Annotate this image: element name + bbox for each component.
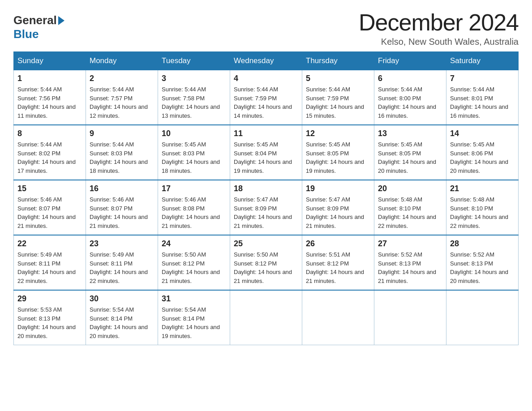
day-number: 25: [234, 239, 298, 248]
day-number: 31: [162, 294, 226, 304]
calendar-cell: 18Sunrise: 5:47 AMSunset: 8:09 PMDayligh…: [230, 180, 302, 235]
calendar-cell: 1Sunrise: 5:44 AMSunset: 7:56 PMDaylight…: [14, 70, 86, 125]
day-number: 28: [450, 239, 515, 248]
day-number: 21: [450, 184, 515, 193]
weekday-header-saturday: Saturday: [446, 52, 519, 70]
calendar-table: SundayMondayTuesdayWednesdayThursdayFrid…: [13, 51, 519, 345]
day-number: 18: [234, 184, 298, 193]
day-number: 22: [17, 239, 82, 248]
calendar-cell: 20Sunrise: 5:48 AMSunset: 8:10 PMDayligh…: [374, 180, 446, 235]
day-info: Sunrise: 5:54 AMSunset: 8:14 PMDaylight:…: [90, 305, 154, 340]
day-number: 29: [17, 294, 82, 304]
day-number: 30: [90, 294, 154, 304]
day-number: 13: [378, 129, 442, 138]
day-number: 23: [90, 239, 154, 248]
calendar-cell: 24Sunrise: 5:50 AMSunset: 8:12 PMDayligh…: [158, 235, 230, 290]
day-info: Sunrise: 5:52 AMSunset: 8:13 PMDaylight:…: [378, 250, 442, 285]
day-info: Sunrise: 5:44 AMSunset: 7:57 PMDaylight:…: [90, 85, 154, 120]
calendar-cell: 6Sunrise: 5:44 AMSunset: 8:00 PMDaylight…: [374, 70, 446, 125]
calendar-cell: 27Sunrise: 5:52 AMSunset: 8:13 PMDayligh…: [374, 235, 446, 290]
calendar-cell: 17Sunrise: 5:46 AMSunset: 8:08 PMDayligh…: [158, 180, 230, 235]
day-number: 26: [306, 239, 370, 248]
day-info: Sunrise: 5:44 AMSunset: 7:59 PMDaylight:…: [234, 85, 298, 120]
weekday-header-thursday: Thursday: [302, 52, 374, 70]
calendar-cell: 3Sunrise: 5:44 AMSunset: 7:58 PMDaylight…: [158, 70, 230, 125]
day-number: 12: [306, 129, 370, 138]
day-number: 20: [378, 184, 442, 193]
calendar-cell: 30Sunrise: 5:54 AMSunset: 8:14 PMDayligh…: [86, 290, 158, 345]
day-number: 4: [234, 74, 298, 83]
calendar-cell: 19Sunrise: 5:47 AMSunset: 8:09 PMDayligh…: [302, 180, 374, 235]
weekday-header-friday: Friday: [374, 52, 446, 70]
day-number: 17: [162, 184, 226, 193]
calendar-cell: 25Sunrise: 5:50 AMSunset: 8:12 PMDayligh…: [230, 235, 302, 290]
day-number: 1: [17, 74, 82, 83]
location-text: Kelso, New South Wales, Australia: [359, 37, 519, 47]
weekday-header-tuesday: Tuesday: [158, 52, 230, 70]
day-info: Sunrise: 5:45 AMSunset: 8:06 PMDaylight:…: [450, 140, 515, 175]
day-number: 11: [234, 129, 298, 138]
calendar-cell: 4Sunrise: 5:44 AMSunset: 7:59 PMDaylight…: [230, 70, 302, 125]
calendar-week-row: 15Sunrise: 5:46 AMSunset: 8:07 PMDayligh…: [14, 180, 519, 235]
day-info: Sunrise: 5:45 AMSunset: 8:05 PMDaylight:…: [378, 140, 442, 175]
calendar-cell: 16Sunrise: 5:46 AMSunset: 8:07 PMDayligh…: [86, 180, 158, 235]
calendar-cell: 21Sunrise: 5:48 AMSunset: 8:10 PMDayligh…: [446, 180, 519, 235]
day-info: Sunrise: 5:51 AMSunset: 8:12 PMDaylight:…: [306, 250, 370, 285]
weekday-header-sunday: Sunday: [14, 52, 86, 70]
day-info: Sunrise: 5:45 AMSunset: 8:03 PMDaylight:…: [162, 140, 226, 175]
logo-arrow-icon: [58, 16, 64, 25]
calendar-cell: 28Sunrise: 5:52 AMSunset: 8:13 PMDayligh…: [446, 235, 519, 290]
day-info: Sunrise: 5:44 AMSunset: 8:00 PMDaylight:…: [378, 85, 442, 120]
calendar-cell: 2Sunrise: 5:44 AMSunset: 7:57 PMDaylight…: [86, 70, 158, 125]
calendar-cell: 15Sunrise: 5:46 AMSunset: 8:07 PMDayligh…: [14, 180, 86, 235]
day-info: Sunrise: 5:46 AMSunset: 8:07 PMDaylight:…: [17, 195, 82, 230]
day-number: 14: [450, 129, 515, 138]
calendar-cell: 11Sunrise: 5:45 AMSunset: 8:04 PMDayligh…: [230, 125, 302, 180]
day-info: Sunrise: 5:44 AMSunset: 7:59 PMDaylight:…: [306, 85, 370, 120]
day-info: Sunrise: 5:50 AMSunset: 8:12 PMDaylight:…: [234, 250, 298, 285]
day-info: Sunrise: 5:48 AMSunset: 8:10 PMDaylight:…: [378, 195, 442, 230]
day-number: 7: [450, 74, 515, 83]
day-number: 3: [162, 74, 226, 83]
day-number: 15: [17, 184, 82, 193]
calendar-cell: 14Sunrise: 5:45 AMSunset: 8:06 PMDayligh…: [446, 125, 519, 180]
day-info: Sunrise: 5:46 AMSunset: 8:08 PMDaylight:…: [162, 195, 226, 230]
title-block: December 2024 Kelso, New South Wales, Au…: [359, 9, 519, 47]
calendar-week-row: 8Sunrise: 5:44 AMSunset: 8:02 PMDaylight…: [14, 125, 519, 180]
day-info: Sunrise: 5:44 AMSunset: 7:58 PMDaylight:…: [162, 85, 226, 120]
day-info: Sunrise: 5:47 AMSunset: 8:09 PMDaylight:…: [234, 195, 298, 230]
calendar-cell: 26Sunrise: 5:51 AMSunset: 8:12 PMDayligh…: [302, 235, 374, 290]
calendar-cell: 9Sunrise: 5:44 AMSunset: 8:03 PMDaylight…: [86, 125, 158, 180]
calendar-cell: 13Sunrise: 5:45 AMSunset: 8:05 PMDayligh…: [374, 125, 446, 180]
day-info: Sunrise: 5:44 AMSunset: 8:01 PMDaylight:…: [450, 85, 515, 120]
day-info: Sunrise: 5:53 AMSunset: 8:13 PMDaylight:…: [17, 305, 82, 340]
logo-general-text: General: [13, 13, 57, 27]
calendar-cell: [446, 290, 519, 345]
day-number: 27: [378, 239, 442, 248]
calendar-cell: 12Sunrise: 5:45 AMSunset: 8:05 PMDayligh…: [302, 125, 374, 180]
calendar-cell: 7Sunrise: 5:44 AMSunset: 8:01 PMDaylight…: [446, 70, 519, 125]
day-number: 16: [90, 184, 154, 193]
day-info: Sunrise: 5:44 AMSunset: 7:56 PMDaylight:…: [17, 85, 82, 120]
day-info: Sunrise: 5:49 AMSunset: 8:11 PMDaylight:…: [17, 250, 82, 285]
day-info: Sunrise: 5:52 AMSunset: 8:13 PMDaylight:…: [450, 250, 515, 285]
day-info: Sunrise: 5:46 AMSunset: 8:07 PMDaylight:…: [90, 195, 154, 230]
day-number: 9: [90, 129, 154, 138]
day-number: 2: [90, 74, 154, 83]
day-info: Sunrise: 5:47 AMSunset: 8:09 PMDaylight:…: [306, 195, 370, 230]
day-number: 8: [17, 129, 82, 138]
calendar-cell: 29Sunrise: 5:53 AMSunset: 8:13 PMDayligh…: [14, 290, 86, 345]
day-info: Sunrise: 5:48 AMSunset: 8:10 PMDaylight:…: [450, 195, 515, 230]
calendar-week-row: 29Sunrise: 5:53 AMSunset: 8:13 PMDayligh…: [14, 290, 519, 345]
day-info: Sunrise: 5:54 AMSunset: 8:14 PMDaylight:…: [162, 305, 226, 340]
weekday-header-wednesday: Wednesday: [230, 52, 302, 70]
weekday-header-row: SundayMondayTuesdayWednesdayThursdayFrid…: [14, 52, 519, 70]
calendar-cell: [374, 290, 446, 345]
calendar-cell: 5Sunrise: 5:44 AMSunset: 7:59 PMDaylight…: [302, 70, 374, 125]
calendar-cell: 22Sunrise: 5:49 AMSunset: 8:11 PMDayligh…: [14, 235, 86, 290]
calendar-cell: 8Sunrise: 5:44 AMSunset: 8:02 PMDaylight…: [14, 125, 86, 180]
day-number: 6: [378, 74, 442, 83]
weekday-header-monday: Monday: [86, 52, 158, 70]
page-header: General Blue December 2024 Kelso, New So…: [13, 9, 519, 47]
day-info: Sunrise: 5:44 AMSunset: 8:02 PMDaylight:…: [17, 140, 82, 175]
